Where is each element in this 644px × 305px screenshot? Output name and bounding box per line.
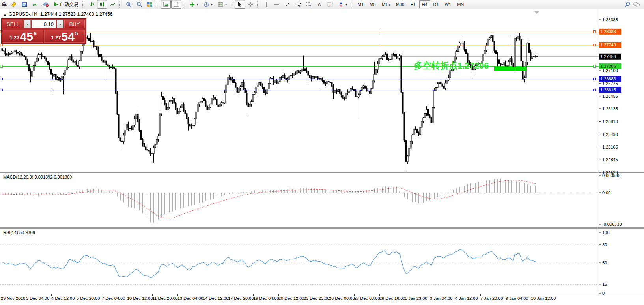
price-badge: 1.26886	[600, 76, 616, 81]
trendline-icon[interactable]	[282, 0, 293, 9]
price-tick-label: 1.25165	[602, 145, 618, 149]
date-tick-label: 3 Dec 04:00	[26, 296, 49, 301]
date-tick-label: 19 Dec 04:00	[253, 296, 279, 301]
equidistant-channel-icon[interactable]: E	[293, 0, 303, 9]
buy-price-box[interactable]: 1.27545	[44, 30, 85, 43]
buy-price-sup: 5	[75, 30, 78, 37]
tf-D1[interactable]: D1	[431, 0, 442, 8]
panel-collapse-icon[interactable]: ▲	[3, 13, 7, 17]
crosshair-icon[interactable]	[245, 0, 256, 9]
tf-M30[interactable]: M30	[393, 0, 407, 8]
price-tick-label: 1.26135	[602, 106, 618, 111]
tile-windows-icon[interactable]	[145, 0, 155, 9]
level-lines	[0, 30, 599, 91]
price-tick-label: 1.25490	[602, 132, 618, 137]
buy-button[interactable]: BUY	[64, 20, 85, 28]
chart-canvas[interactable]: 多空转折点1.272061.283851.271001.267751.26455…	[0, 0, 644, 305]
text-label-icon[interactable]: T	[325, 0, 335, 9]
date-tick-label: 5 Dec 20:00	[77, 296, 100, 301]
tf-H4[interactable]: H4	[419, 0, 430, 8]
volume-down-button[interactable]: ▼	[24, 20, 31, 28]
chart-shift-icon[interactable]	[171, 0, 181, 9]
date-tick-label: 14 Dec 12:00	[203, 296, 228, 301]
svg-text:T: T	[329, 3, 331, 7]
main-toolbar: 单 自动交易	[0, 0, 644, 9]
tf-H1[interactable]: H1	[407, 0, 418, 8]
bar-chart-icon[interactable]	[86, 0, 97, 9]
volume-input[interactable]: 0.10	[32, 20, 56, 28]
date-tick-label: 3 Jan 04:00	[430, 296, 453, 301]
price-badge: 1.28083	[600, 29, 616, 34]
market-icon[interactable]	[41, 0, 51, 9]
date-tick-label: 26 Dec 00:00	[329, 296, 355, 301]
indicator-panes	[0, 179, 599, 284]
toolbar-separator	[183, 1, 185, 8]
candles	[2, 29, 538, 172]
periods-button[interactable]: ▾	[201, 0, 215, 9]
price-tick-label: 1.28385	[602, 17, 618, 22]
line-chart-icon[interactable]	[108, 0, 118, 9]
macd-axis-label: -0.006738	[602, 222, 622, 227]
sell-price-big: 45	[20, 31, 33, 42]
chat-icon[interactable]	[633, 1, 640, 7]
current-price-badge: 1.27456	[600, 54, 616, 59]
price-badge: 1.26615	[600, 87, 616, 92]
tf-W1[interactable]: W1	[442, 0, 454, 8]
macd-axis-label: 0.00	[602, 190, 610, 195]
date-tick-label: 17 Dec 20:00	[228, 296, 254, 301]
date-tick-label: 20 Dec 12:00	[278, 296, 304, 301]
zoom-out-icon[interactable]	[134, 0, 144, 9]
tf-MN[interactable]: MN	[454, 0, 467, 8]
sell-price-box[interactable]: 1.27456	[3, 30, 43, 43]
sell-button[interactable]: SELL	[3, 20, 23, 28]
text-icon[interactable]: A	[314, 0, 325, 9]
price-tick-label: 1.26455	[602, 94, 618, 99]
templates-button[interactable]: ▾	[215, 0, 229, 9]
price-badge: 1.27206	[600, 64, 616, 69]
price-tick-label: 1.25810	[602, 119, 618, 124]
price-badge: 1.27743	[600, 43, 616, 47]
annotation: 多空转折点1.27206	[414, 11, 539, 71]
menu-stub[interactable]: 单	[2, 1, 7, 8]
tf-M1[interactable]: M1	[355, 0, 366, 8]
date-tick-label: 11 Dec 20:00	[152, 296, 178, 301]
indicators-button[interactable]: ▾	[187, 0, 201, 9]
cursor-icon[interactable]	[235, 0, 245, 9]
date-tick-label: 27 Dec 08:00	[354, 296, 380, 301]
tf-M15[interactable]: M15	[379, 0, 393, 8]
date-tick-label: 7 Dec 04:00	[102, 296, 125, 301]
svg-text:E: E	[299, 5, 300, 7]
arrows-icon[interactable]: ▾	[336, 0, 349, 9]
toolbar-separator	[157, 1, 159, 8]
autotrade-label: 自动交易	[60, 1, 78, 8]
rsi-axis-label: 15	[602, 282, 607, 286]
axes: 1.283851.271001.267751.264551.261351.258…	[0, 9, 644, 301]
volume-up-button[interactable]: ▲	[57, 20, 63, 28]
autotrade-button[interactable]: 自动交易	[51, 0, 81, 9]
date-tick-label: 13 Dec 04:00	[177, 296, 203, 301]
rsi-axis-label: 80	[602, 242, 607, 247]
date-tick-label: 28 Dec 16:00	[379, 296, 405, 301]
macd-signal-line	[2, 180, 537, 218]
sell-price-prefix: 1.27	[9, 35, 19, 41]
chevron-down-icon: ▾	[211, 3, 213, 6]
metaeditor-icon[interactable]	[19, 0, 30, 9]
buy-price-big: 54	[62, 31, 75, 42]
toolbar-separator	[82, 1, 85, 8]
auto-scroll-icon[interactable]	[161, 0, 171, 9]
candlestick-chart-icon[interactable]	[97, 0, 107, 9]
new-order-icon[interactable]	[9, 0, 19, 9]
fibonacci-icon[interactable]: F	[304, 0, 314, 9]
signals-icon[interactable]	[30, 0, 40, 9]
tf-M5[interactable]: M5	[367, 0, 378, 8]
sell-price-sup: 6	[34, 30, 37, 37]
vertical-line-icon[interactable]	[261, 0, 271, 9]
zoom-in-icon[interactable]	[123, 0, 134, 9]
horizontal-line-icon[interactable]	[272, 0, 282, 9]
search-icon[interactable]	[624, 1, 631, 7]
date-tick-label: 23 Dec 23:00	[304, 296, 329, 301]
autotrade-icon	[54, 2, 58, 7]
macd-header: MACD(12,26,9) 0.001392 0.001869	[3, 175, 72, 179]
price-tick-label: 1.24845	[602, 157, 618, 162]
date-tick-label: 9 Jan 04:00	[506, 296, 528, 301]
